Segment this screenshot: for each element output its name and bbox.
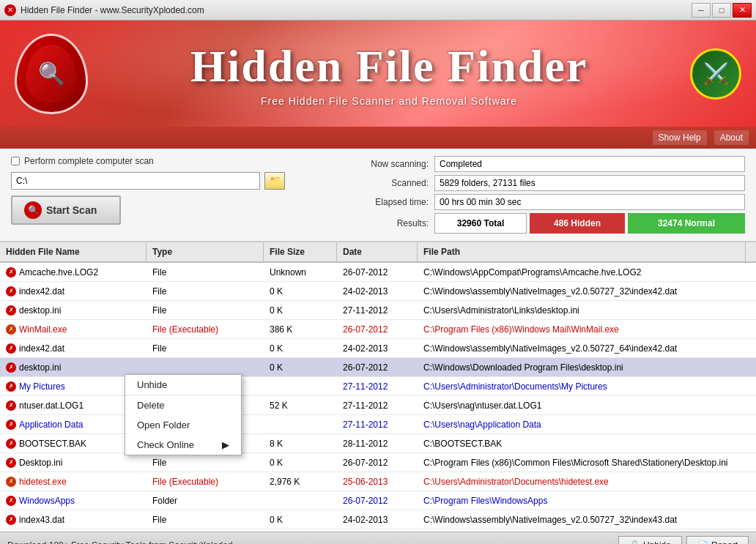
browse-folder-button[interactable]: 📁 [264,172,285,190]
cell-size [264,384,337,390]
col-header-name[interactable]: Hidden File Name [0,242,147,261]
elapsed-row: Elapsed time: 00 hrs 00 min 30 sec [355,194,745,210]
context-check-online[interactable]: Check Online ▶ [125,435,241,455]
title-bar-left: ✕ Hidden File Finder - www.SecurityXplod… [4,4,204,16]
report-icon: 📄 [697,540,708,545]
table-row[interactable]: ✗ BOOTSECT.BAK 8 K 28-11-2012 C:\BOOTSEC… [0,434,756,453]
table-row[interactable]: ✗ desktop.ini File 0 K 27-11-2012 C:\Use… [0,301,756,320]
cell-size: 386 K [264,321,337,338]
file-list-container: Hidden File Name Type File Size Date Fil… [0,242,756,532]
cell-path: C:\Windows\assembly\NativeImages_v2.0.50… [418,512,756,528]
table-row[interactable]: ✗ index42.dat File 0 K 24-02-2013 C:\Win… [0,282,756,301]
file-icon: ✗ [6,515,16,525]
cell-date: 26-07-2012 [337,455,418,471]
cell-path: C:\Users\Administrator\Documents\hidetes… [418,474,756,490]
results-label: Results: [355,218,429,228]
cell-path: C:\Windows\AppCompat\Programs\Amcache.hv… [418,264,756,280]
cell-size: 0 K [264,359,337,376]
file-icon: ✗ [6,439,16,449]
app-subtitle: Free Hidden File Scanner and Removal Sof… [261,95,517,107]
cell-type: File [147,455,264,471]
table-row[interactable]: ✗ Desktop.ini File 0 K 26-07-2012 C:\Pro… [0,453,756,472]
complete-scan-checkbox[interactable] [11,157,20,165]
cell-date: 27-11-2012 [337,379,418,395]
cell-name: ✗ hidetest.exe [0,474,147,490]
cell-date: 26-07-2012 [337,264,418,280]
cell-name: ✗ Desktop.ini [0,455,147,471]
file-icon: ✗ [6,324,16,335]
cell-type: Folder [147,493,264,509]
col-header-type[interactable]: Type [147,242,264,261]
cell-type [147,365,264,370]
table-row[interactable]: ✗ WinMail.exe File (Executable) 386 K 26… [0,320,756,339]
cell-date: 27-11-2012 [337,302,418,318]
col-header-size[interactable]: File Size [264,242,337,261]
logo-shield: 🔍 [15,34,88,114]
table-row[interactable]: ✗ WindowsApps Folder 26-07-2012 C:\Progr… [0,491,756,510]
file-icon: ✗ [6,267,16,277]
cell-name: ✗ Amcache.hve.LOG2 [0,264,147,280]
title-bar-buttons[interactable]: ─ □ ✕ [692,3,752,18]
cell-path: C:\Program Files (x86)\Common Files\Micr… [418,455,756,471]
cell-path: C:\Windows\Downloaded Program Files\desk… [418,359,756,376]
now-scanning-row: Now scanning: Completed [355,156,745,172]
cell-date: 24-02-2013 [337,283,418,299]
cell-size: 2,976 K [264,474,337,490]
cell-size: Unknown [264,264,337,280]
bottom-text: Download 100+ Free Security Tools from S… [7,540,233,545]
report-button[interactable]: 📄 Report [686,536,749,545]
cell-path: C:\Users\nag\ntuser.dat.LOG1 [418,398,756,414]
path-input[interactable] [11,172,260,190]
cell-size: 0 K [264,302,337,318]
cell-path: C:\Windows\assembly\NativeImages_v2.0.50… [418,340,756,357]
title-bar: ✕ Hidden File Finder - www.SecurityXplod… [0,0,756,21]
close-button[interactable]: ✕ [733,3,752,18]
file-icon: ✗ [6,286,16,297]
minimize-button[interactable]: ─ [692,3,711,18]
menu-bar: Show Help About [0,127,756,149]
scanned-value: 5829 folders, 27131 files [434,175,745,191]
results-values: 32960 Total 486 Hidden 32474 Normal [434,213,745,234]
table-row[interactable]: ✗ Application Data 27-11-2012 C:\Users\n… [0,415,756,434]
context-open-folder[interactable]: Open Folder [125,415,241,435]
table-row[interactable]: ✗ index42.dat File 0 K 24-02-2013 C:\Win… [0,339,756,358]
table-row[interactable]: ✗ Amcache.hve.LOG2 File Unknown 26-07-20… [0,263,756,282]
cell-type: File [147,264,264,280]
file-list-header: Hidden File Name Type File Size Date Fil… [0,242,756,263]
unhide-button[interactable]: 🔓 Unhide [618,536,682,545]
cell-size: 0 K [264,455,337,471]
elapsed-value: 00 hrs 00 min 30 sec [434,194,745,210]
cell-date: 24-02-2013 [337,340,418,357]
start-scan-button[interactable]: 🔍 Start Scan [11,195,121,225]
cell-name: ✗ desktop.ini [0,302,147,318]
col-header-path[interactable]: File Path [418,242,746,261]
table-row[interactable]: ✗ ntuser.dat.LOG1 File 52 K 27-11-2012 C… [0,396,756,415]
file-icon: ✗ [6,305,16,316]
cell-type: File [147,512,264,528]
table-row[interactable]: ✗ hidetest.exe File (Executable) 2,976 K… [0,472,756,491]
cell-date: 26-07-2012 [337,359,418,376]
table-row[interactable]: ✗ desktop.ini 0 K 26-07-2012 C:\Windows\… [0,358,756,377]
table-row[interactable]: ✗ index43.dat File 0 K 24-02-2013 C:\Win… [0,529,756,530]
about-menu[interactable]: About [714,130,749,145]
cell-size: 8 K [264,436,337,452]
context-unhide[interactable]: Unhide [125,375,241,395]
app-title: Hidden File Finder [190,40,588,92]
left-controls: Perform complete computer scan 📁 🔍 Start… [11,156,341,234]
file-list-body[interactable]: ✗ Amcache.hve.LOG2 File Unknown 26-07-20… [0,263,756,530]
checkbox-row: Perform complete computer scan [11,156,341,166]
header-title-area: Hidden File Finder Free Hidden File Scan… [88,40,690,107]
cell-size: 0 K [264,512,337,528]
cell-name: ✗ index42.dat [0,340,147,357]
cell-type: File [147,283,264,299]
header-emblem: ⚔️ [690,48,741,100]
table-row[interactable]: ✗ index43.dat File 0 K 24-02-2013 C:\Win… [0,510,756,529]
col-header-date[interactable]: Date [337,242,418,261]
bottom-buttons: 🔓 Unhide 📄 Report [618,536,749,545]
context-delete[interactable]: Delete [125,395,241,415]
show-help-menu[interactable]: Show Help [653,130,707,145]
cell-size [264,498,337,504]
logo-inner: 🔍 [26,45,77,103]
maximize-button[interactable]: □ [712,3,731,18]
table-row[interactable]: ✗ My Pictures 27-11-2012 C:\Users\Admini… [0,377,756,396]
